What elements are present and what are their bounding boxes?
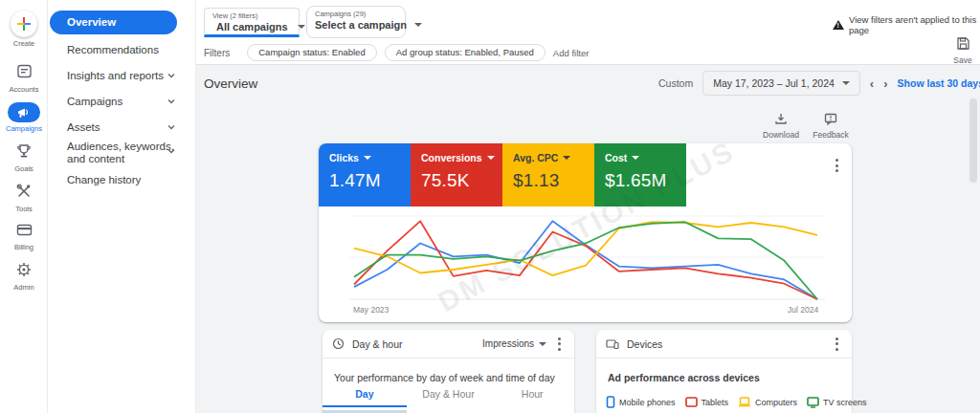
chart-line-clicks bbox=[354, 221, 817, 299]
devices-card: Devices Ad performance across devices Mo… bbox=[596, 330, 852, 413]
campaigns-megaphone-icon bbox=[8, 102, 40, 122]
rail-item-label: Accounts bbox=[0, 85, 48, 94]
metric-block-clicks[interactable]: Clicks 1.47M bbox=[319, 143, 411, 206]
chart-line-conversions bbox=[354, 221, 817, 299]
laptop-icon bbox=[738, 397, 751, 407]
chart-line-cost bbox=[354, 222, 817, 299]
metric-block-cost[interactable]: Cost $1.65M bbox=[594, 143, 686, 206]
warning-icon bbox=[833, 20, 844, 30]
metric-header-row: Clicks 1.47M Conversions 75.5K Avg. CPC … bbox=[319, 143, 686, 206]
caret-down-icon bbox=[364, 156, 371, 160]
caret-down-icon bbox=[298, 25, 305, 29]
create-button[interactable]: Create bbox=[0, 11, 48, 48]
chevron-down-icon[interactable] bbox=[167, 71, 176, 80]
tab-day-and-hour[interactable]: Day & Hour bbox=[407, 388, 491, 407]
caret-down-icon bbox=[842, 81, 850, 85]
campaign-selector-value: Select a campaign bbox=[315, 19, 407, 31]
date-prev-button[interactable]: ‹ bbox=[870, 76, 874, 91]
feedback-button[interactable]: Feedback bbox=[809, 112, 853, 140]
nav-item-insights-and-reports[interactable]: Insights and reports bbox=[67, 70, 174, 82]
download-icon bbox=[774, 113, 788, 125]
caret-down-icon bbox=[632, 156, 639, 160]
metric-value: 75.5K bbox=[421, 170, 492, 191]
filters-label: Filters bbox=[204, 48, 230, 58]
sidebar-item-campaigns[interactable]: Campaigns bbox=[0, 102, 48, 133]
x-axis-end-label: Jul 2024 bbox=[788, 305, 818, 315]
download-button[interactable]: Download bbox=[759, 112, 803, 140]
accounts-icon bbox=[16, 63, 33, 79]
legend-item-tv[interactable]: TV screens bbox=[807, 397, 867, 408]
filter-chip-ad-group-status[interactable]: Ad group status: Enabled, Paused bbox=[385, 44, 546, 61]
rail-item-label: Goals bbox=[0, 164, 48, 173]
rail-item-label: Create bbox=[0, 39, 48, 48]
create-plus-icon bbox=[11, 11, 37, 37]
sidebar-item-billing[interactable]: Billing bbox=[0, 223, 48, 251]
metric-block-conversions[interactable]: Conversions 75.5K bbox=[411, 143, 502, 206]
legend-item-tablets[interactable]: Tablets bbox=[685, 397, 729, 407]
date-next-button[interactable]: › bbox=[883, 76, 887, 91]
sidebar-item-tools[interactable]: Tools bbox=[0, 184, 48, 213]
date-range-type-label: Custom bbox=[658, 77, 693, 89]
tab-hour[interactable]: Hour bbox=[490, 388, 574, 407]
tab-day[interactable]: Day bbox=[323, 388, 407, 407]
page-title: Overview bbox=[204, 76, 257, 91]
metric-block-avg-cpc[interactable]: Avg. CPC $1.13 bbox=[502, 143, 594, 206]
day-hour-card-title: Day & hour bbox=[352, 338, 403, 350]
legend-item-computers[interactable]: Computers bbox=[738, 397, 797, 407]
rail-item-label: Campaigns bbox=[0, 124, 48, 133]
sidebar-item-goals[interactable]: Goals bbox=[0, 143, 48, 173]
caret-down-icon bbox=[563, 156, 570, 160]
mobile-phone-icon bbox=[606, 396, 615, 408]
metric-value: $1.65M bbox=[605, 170, 676, 191]
date-range-value: May 17, 2023 – Jul 1, 2024 bbox=[713, 77, 835, 89]
nav-item-campaigns[interactable]: Campaigns bbox=[67, 96, 174, 108]
save-button[interactable]: Save bbox=[950, 36, 975, 65]
sidebar-item-accounts[interactable]: Accounts bbox=[0, 63, 48, 94]
save-icon bbox=[956, 36, 970, 51]
metric-label: Conversions bbox=[421, 152, 482, 163]
warning-text: View filters aren't applied to this page bbox=[849, 14, 980, 35]
devices-card-menu-button[interactable] bbox=[832, 334, 842, 355]
devices-card-header: Devices bbox=[596, 330, 852, 359]
performance-line-chart[interactable] bbox=[349, 213, 825, 303]
nav-item-recommendations[interactable]: Recommendations bbox=[67, 44, 174, 56]
admin-gear-icon bbox=[16, 262, 32, 277]
nav-item-assets[interactable]: Assets bbox=[67, 121, 174, 134]
chevron-down-icon[interactable] bbox=[167, 97, 176, 106]
legend-item-mobile[interactable]: Mobile phones bbox=[606, 396, 676, 408]
left-nav-panel: Overview Recommendations Insights and re… bbox=[48, 0, 196, 413]
nav-item-overview[interactable]: Overview bbox=[50, 11, 177, 34]
chevron-down-icon[interactable] bbox=[167, 146, 176, 156]
nav-item-audiences-keywords-content[interactable]: Audiences, keywords, and content bbox=[67, 141, 174, 165]
chevron-down-icon[interactable] bbox=[167, 122, 176, 132]
performance-chart-card: Clicks 1.47M Conversions 75.5K Avg. CPC … bbox=[319, 143, 852, 322]
day-hour-card-menu-button[interactable] bbox=[554, 334, 565, 355]
chart-card-menu-button[interactable] bbox=[832, 155, 842, 176]
x-axis-start-label: May 2023 bbox=[353, 305, 389, 315]
filters-bar: Filters Campaign status: Enabled Ad grou… bbox=[204, 44, 589, 61]
tablet-icon bbox=[685, 397, 698, 407]
devices-description: Ad performance across devices bbox=[596, 359, 852, 383]
campaign-selector[interactable]: Campaigns (29) Select a campaign bbox=[306, 6, 406, 38]
page-scrollbar[interactable] bbox=[969, 98, 977, 183]
sidebar-item-admin[interactable]: Admin bbox=[0, 262, 48, 292]
caret-down-icon bbox=[539, 342, 546, 346]
impressions-metric-selector[interactable]: Impressions bbox=[482, 338, 546, 349]
feedback-label: Feedback bbox=[809, 130, 853, 140]
add-filter-button[interactable]: Add filter bbox=[553, 48, 590, 58]
day-hour-card: Day & hour Impressions Your performance … bbox=[323, 330, 574, 413]
show-last-30-days-link[interactable]: Show last 30 days bbox=[898, 77, 980, 89]
rail-item-label: Tools bbox=[0, 205, 48, 213]
devices-card-title: Devices bbox=[627, 338, 662, 350]
feedback-icon bbox=[824, 113, 837, 125]
clock-icon bbox=[332, 337, 345, 350]
caret-down-icon bbox=[487, 156, 495, 160]
devices-legend: Mobile phones Tablets Computers TV scree… bbox=[596, 383, 852, 408]
view-selector-caption: View (2 filters) bbox=[212, 11, 291, 20]
filter-chip-campaign-status[interactable]: Campaign status: Enabled bbox=[247, 44, 376, 61]
goals-trophy-icon bbox=[16, 143, 32, 159]
view-selector[interactable]: View (2 filters) All campaigns bbox=[204, 8, 300, 37]
nav-item-change-history[interactable]: Change history bbox=[67, 174, 174, 186]
day-hour-card-header: Day & hour Impressions bbox=[323, 330, 574, 359]
date-range-picker[interactable]: May 17, 2023 – Jul 1, 2024 bbox=[702, 71, 860, 96]
